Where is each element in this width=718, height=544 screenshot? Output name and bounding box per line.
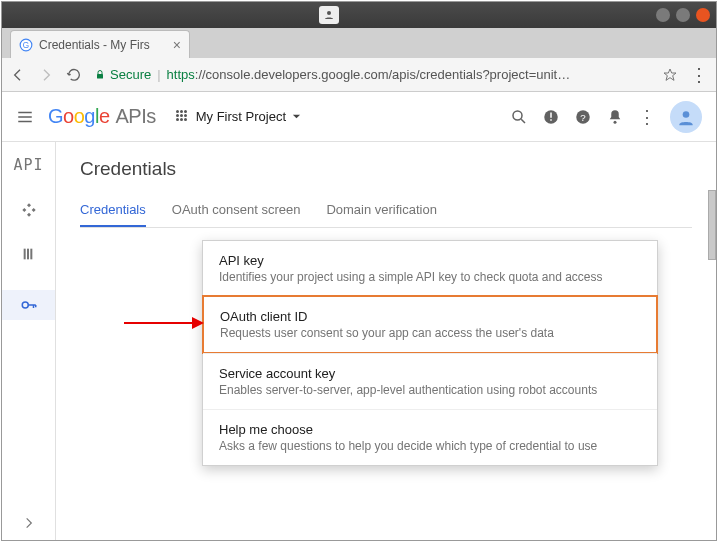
tab-credentials[interactable]: Credentials [80, 194, 146, 227]
library-icon[interactable] [21, 246, 37, 262]
app-header: Google APIs My First Project ? ⋮ [2, 92, 716, 142]
window-minimize[interactable] [656, 8, 670, 22]
project-picker[interactable]: My First Project [176, 109, 301, 124]
url-text: https://console.developers.google.com/ap… [167, 67, 571, 82]
svg-rect-13 [27, 249, 29, 260]
svg-point-15 [22, 302, 28, 308]
url-field[interactable]: Secure | https://console.developers.goog… [94, 67, 650, 82]
credentials-rail-item[interactable] [2, 290, 55, 320]
create-credentials-menu: API key Identifies your project using a … [202, 240, 658, 466]
svg-rect-12 [23, 249, 25, 260]
window-close[interactable] [696, 8, 710, 22]
forward-icon [38, 67, 54, 83]
window-maximize[interactable] [676, 8, 690, 22]
tab-close-icon[interactable]: × [173, 37, 181, 53]
lock-icon [94, 69, 106, 81]
menu-item-desc: Asks a few questions to help you decide … [219, 439, 641, 453]
rail-expand[interactable] [22, 516, 36, 530]
subtabs: Credentials OAuth consent screen Domain … [80, 194, 692, 228]
scrollbar[interactable] [708, 190, 716, 260]
tab-oauth-consent[interactable]: OAuth consent screen [172, 194, 301, 227]
svg-rect-14 [30, 249, 32, 260]
google-apis-logo[interactable]: Google APIs [48, 105, 156, 128]
bookmark-star-icon[interactable] [662, 67, 678, 83]
menu-item-help-me-choose[interactable]: Help me choose Asks a few questions to h… [203, 409, 657, 465]
rail-api-label[interactable]: API [13, 156, 43, 174]
menu-item-oauth-client-id[interactable]: OAuth client ID Requests user consent so… [202, 295, 658, 354]
tab-strip: G Credentials - My Firs × [2, 28, 716, 58]
google-favicon-icon: G [19, 38, 33, 52]
page-content: Google APIs My First Project ? ⋮ API [2, 92, 716, 540]
window-titlebar [2, 2, 716, 28]
address-bar: Secure | https://console.developers.goog… [2, 58, 716, 92]
project-name: My First Project [196, 109, 286, 124]
search-icon[interactable] [510, 108, 528, 126]
alert-icon[interactable] [542, 108, 560, 126]
hamburger-icon[interactable] [16, 108, 34, 126]
menu-item-desc: Identifies your project using a simple A… [219, 270, 641, 284]
secure-indicator: Secure [94, 67, 151, 82]
tab-domain-verification[interactable]: Domain verification [326, 194, 437, 227]
app-menu-icon[interactable]: ⋮ [638, 106, 656, 128]
menu-item-title: Service account key [219, 366, 641, 381]
chevron-right-icon [22, 516, 36, 530]
svg-point-4 [513, 111, 522, 120]
svg-point-11 [683, 111, 690, 118]
menu-item-desc: Enables server-to-server, app-level auth… [219, 383, 641, 397]
secure-label: Secure [110, 67, 151, 82]
browser-menu-icon[interactable]: ⋮ [690, 64, 708, 86]
menu-item-service-account-key[interactable]: Service account key Enables server-to-se… [203, 353, 657, 409]
bell-icon[interactable] [606, 108, 624, 126]
svg-rect-6 [550, 112, 552, 117]
svg-marker-17 [192, 317, 204, 329]
key-icon [20, 296, 38, 314]
left-rail: API [2, 142, 56, 540]
menu-item-title: OAuth client ID [220, 309, 640, 324]
browser-tab[interactable]: G Credentials - My Firs × [10, 30, 190, 58]
browser-window: G Credentials - My Firs × Secure | https… [1, 1, 717, 541]
svg-rect-3 [97, 74, 103, 79]
dashboard-icon[interactable] [21, 202, 37, 218]
menu-item-title: Help me choose [219, 422, 641, 437]
reload-icon[interactable] [66, 67, 82, 83]
tab-title: Credentials - My Firs [39, 38, 150, 52]
svg-text:?: ? [580, 111, 586, 122]
svg-point-10 [614, 120, 617, 123]
menu-item-title: API key [219, 253, 641, 268]
help-icon[interactable]: ? [574, 108, 592, 126]
back-icon[interactable] [10, 67, 26, 83]
menu-item-desc: Requests user consent so your app can ac… [220, 326, 640, 340]
chevron-down-icon [292, 112, 301, 121]
svg-text:G: G [23, 40, 29, 49]
svg-point-0 [327, 11, 331, 15]
user-avatar[interactable] [670, 101, 702, 133]
menu-item-api-key[interactable]: API key Identifies your project using a … [203, 241, 657, 296]
window-user-badge[interactable] [319, 6, 339, 24]
svg-rect-7 [550, 119, 552, 121]
annotation-arrow [124, 315, 204, 331]
project-icon [176, 110, 190, 124]
page-title: Credentials [80, 158, 692, 180]
